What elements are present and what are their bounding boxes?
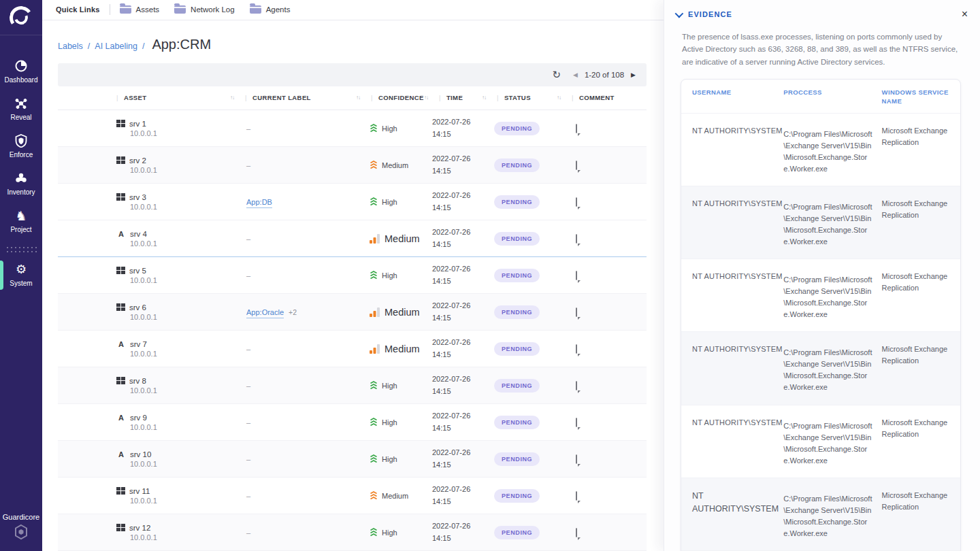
- evidence-table-header: USERNAME PROCCESS WINDOWS SERVICE NAME: [681, 80, 960, 113]
- evidence-username: NT AUTHORITY\SYSTEM: [681, 269, 783, 320]
- asset-ip: 10.0.0.1: [130, 276, 238, 284]
- column-asset[interactable]: |ASSET↑↓: [58, 86, 238, 110]
- sort-icon[interactable]: ↑↓: [230, 95, 234, 101]
- asset-name[interactable]: srv 1: [129, 120, 146, 128]
- confidence-cell: Medium: [364, 331, 432, 367]
- confidence-cell: High: [364, 441, 432, 478]
- asset-cell: A srv 4 10.0.0.1: [58, 220, 238, 257]
- table-row[interactable]: srv 3 10.0.0.1 App:DB High 2022-07-2614:…: [58, 184, 647, 220]
- status-badge: PENDING: [494, 269, 540, 282]
- table-row[interactable]: A srv 10 10.0.0.1 – High 2022-07-2614:15…: [58, 441, 647, 478]
- guardicore-logo[interactable]: [0, 0, 42, 35]
- table-row[interactable]: srv 1 10.0.0.1 – High 2022-07-2614:15 PE…: [58, 110, 647, 147]
- table-row[interactable]: srv 11 10.0.0.1 – Medium 2022-07-2614:15…: [58, 478, 647, 514]
- cluster-icon: [14, 171, 28, 185]
- shield-icon: [15, 134, 27, 148]
- sidebar-item-system[interactable]: ⚙ System: [0, 256, 42, 294]
- sidebar-item-reveal[interactable]: Reveal: [0, 90, 42, 128]
- comment-icon[interactable]: [576, 381, 577, 390]
- comment-icon[interactable]: [576, 271, 577, 280]
- column-username: USERNAME: [681, 88, 783, 106]
- asset-name[interactable]: srv 11: [129, 487, 150, 495]
- label-link[interactable]: App:Oracle: [246, 308, 284, 318]
- sort-icon[interactable]: ↑↓: [482, 95, 486, 101]
- table-row[interactable]: A srv 9 10.0.0.1 – High 2022-07-2614:15 …: [58, 404, 647, 441]
- comment-icon[interactable]: [576, 307, 577, 317]
- windows-icon: [116, 267, 125, 274]
- sidebar-item-dashboard[interactable]: Dashboard: [0, 53, 42, 90]
- asset-cell: srv 3 10.0.0.1: [58, 184, 238, 220]
- confidence-label: Medium: [385, 344, 420, 354]
- asset-name[interactable]: srv 4: [130, 230, 147, 238]
- confidence-cell: High: [364, 367, 432, 404]
- comment-icon[interactable]: [576, 418, 577, 427]
- label-empty: –: [246, 345, 250, 353]
- column-status[interactable]: |STATUS↑↓: [490, 86, 565, 110]
- topbar-item-assets[interactable]: Assets: [120, 5, 160, 14]
- chevron-down-icon[interactable]: [675, 9, 684, 18]
- table-row[interactable]: srv 2 10.0.0.1 – Medium 2022-07-2614:15 …: [58, 147, 647, 184]
- label-extra-count[interactable]: +2: [289, 308, 297, 316]
- table-row[interactable]: A srv 7 10.0.0.1 – Medium 2022-07-2614:1…: [58, 331, 647, 367]
- comment-cell: [565, 478, 647, 514]
- comment-icon[interactable]: [576, 124, 577, 133]
- comment-icon[interactable]: [576, 344, 577, 354]
- topbar-item-agents[interactable]: Agents: [250, 5, 291, 14]
- asset-name[interactable]: srv 6: [129, 303, 146, 312]
- sort-icon[interactable]: ↑↓: [424, 95, 428, 101]
- sidebar-item-project[interactable]: ♞ Project: [0, 203, 42, 240]
- sidebar-item-enforce[interactable]: Enforce: [0, 128, 42, 165]
- sort-icon[interactable]: ↑↓: [557, 95, 561, 101]
- asset-name[interactable]: srv 2: [129, 156, 146, 165]
- label-link[interactable]: App:DB: [246, 198, 272, 208]
- refresh-icon[interactable]: ↻: [552, 69, 561, 80]
- folder-icon: [174, 5, 186, 14]
- asset-ip: 10.0.0.1: [130, 239, 238, 248]
- comment-icon[interactable]: [576, 454, 577, 464]
- topbar-item-network-log[interactable]: Network Log: [174, 5, 235, 14]
- next-page-icon[interactable]: ▶: [631, 71, 636, 78]
- comment-icon[interactable]: [576, 161, 577, 170]
- column-confidence[interactable]: |CONFIDENCE↑↓: [364, 86, 432, 110]
- current-label-cell: –: [238, 367, 364, 404]
- evidence-process: C:\Program Files\Microsoft\Exchange Serv…: [783, 123, 881, 175]
- asset-name[interactable]: srv 7: [130, 340, 147, 348]
- prev-page-icon[interactable]: ◀: [573, 71, 578, 78]
- table-row[interactable]: srv 6 10.0.0.1 App:Oracle+2 Medium 2022-…: [58, 294, 647, 331]
- column-time[interactable]: |TIME↑↓: [432, 86, 490, 110]
- evidence-title: EVIDENCE: [688, 10, 732, 18]
- comment-icon[interactable]: [576, 491, 577, 501]
- table-row[interactable]: srv 8 10.0.0.1 – High 2022-07-2614:15 PE…: [58, 367, 647, 404]
- close-icon[interactable]: ×: [962, 9, 968, 20]
- asset-name[interactable]: srv 9: [130, 414, 147, 422]
- breadcrumb-link-ai-labeling[interactable]: AI Labeling: [95, 41, 137, 51]
- evidence-username: NT AUTHORITY\SYSTEM: [681, 341, 783, 393]
- confidence-bars-icon: [370, 307, 380, 317]
- asset-ip: 10.0.0.1: [130, 350, 238, 358]
- confidence-label: High: [382, 198, 397, 206]
- table-row[interactable]: srv 5 10.0.0.1 – High 2022-07-2614:15 PE…: [58, 257, 647, 294]
- asset-name[interactable]: srv 5: [129, 267, 146, 275]
- generic-asset-icon: A: [116, 414, 126, 422]
- asset-ip: 10.0.0.1: [130, 386, 238, 395]
- asset-name[interactable]: srv 10: [130, 450, 151, 458]
- evidence-process: C:\Program Files\Microsoft\Exchange Serv…: [783, 415, 881, 467]
- table-row[interactable]: A srv 4 10.0.0.1 – Medium 2022-07-2614:1…: [58, 220, 647, 257]
- status-cell: PENDING: [490, 331, 565, 367]
- breadcrumb-link-labels[interactable]: Labels: [58, 41, 83, 51]
- comment-icon[interactable]: [576, 234, 577, 244]
- evidence-process: C:\Program Files\Microsoft\Exchange Serv…: [783, 341, 881, 393]
- column-separator: |: [497, 94, 499, 101]
- column-label: ASSET: [124, 94, 147, 101]
- comment-icon[interactable]: [576, 197, 577, 207]
- label-empty: –: [246, 455, 250, 463]
- table-row[interactable]: srv 12 10.0.0.1 – High 2022-07-2614:15 P…: [58, 514, 647, 551]
- asset-name[interactable]: srv 3: [129, 193, 146, 201]
- comment-icon[interactable]: [576, 528, 577, 537]
- sidebar-item-inventory[interactable]: Inventory: [0, 165, 42, 203]
- asset-name[interactable]: srv 12: [129, 524, 150, 532]
- sort-icon[interactable]: ↑↓: [356, 95, 360, 101]
- column-current-label[interactable]: |CURRENT LABEL↑↓: [238, 86, 364, 110]
- asset-name[interactable]: srv 8: [129, 377, 146, 385]
- page-title: App:CRM: [152, 37, 211, 52]
